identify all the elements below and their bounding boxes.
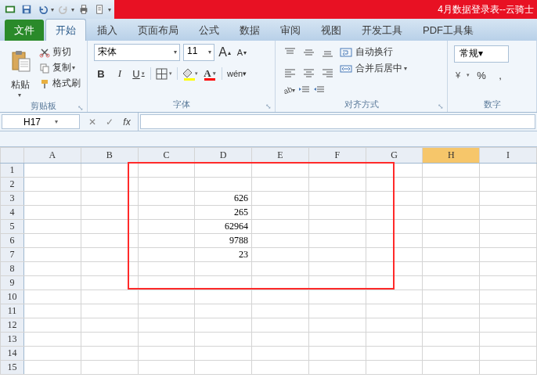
cell-G9[interactable] <box>366 276 423 290</box>
cell-C10[interactable] <box>138 290 195 304</box>
cell-C5[interactable] <box>138 220 195 234</box>
cell-B10[interactable] <box>81 290 138 304</box>
column-header-F[interactable]: F <box>308 148 366 164</box>
cell-H1[interactable] <box>423 164 480 178</box>
row-header-12[interactable]: 12 <box>1 318 24 333</box>
cell-B1[interactable] <box>81 164 138 178</box>
tab-file[interactable]: 文件 <box>5 20 44 41</box>
cell-D1[interactable] <box>195 164 252 178</box>
cell-D7[interactable]: 23 <box>195 248 252 262</box>
cell-G7[interactable] <box>366 248 423 262</box>
cell-H5[interactable] <box>423 220 480 234</box>
paste-dropdown[interactable]: ▾ <box>18 92 21 99</box>
cell-F7[interactable] <box>308 248 366 262</box>
column-header-E[interactable]: E <box>252 148 309 164</box>
cell-B7[interactable] <box>81 248 138 262</box>
shrink-font-button[interactable]: A▾ <box>235 45 249 60</box>
cell-D14[interactable] <box>195 347 252 361</box>
cell-B3[interactable] <box>81 192 138 206</box>
cell-I6[interactable] <box>480 234 537 248</box>
column-header-B[interactable]: B <box>81 148 138 164</box>
column-header-D[interactable]: D <box>195 148 252 164</box>
row-header-5[interactable]: 5 <box>1 220 24 234</box>
cell-A4[interactable] <box>23 206 81 220</box>
cell-E13[interactable] <box>252 333 309 347</box>
cell-H15[interactable] <box>423 361 480 375</box>
row-header-6[interactable]: 6 <box>1 234 24 248</box>
format-painter-button[interactable]: 格式刷 <box>39 77 81 90</box>
cell-E11[interactable] <box>252 304 309 318</box>
tab-data[interactable]: 数据 <box>230 20 269 41</box>
cell-F15[interactable] <box>308 361 366 375</box>
cell-E8[interactable] <box>252 262 309 276</box>
cell-G14[interactable] <box>366 347 423 361</box>
row-header-3[interactable]: 3 <box>1 192 24 206</box>
cell-G12[interactable] <box>366 318 423 333</box>
cell-A5[interactable] <box>23 220 81 234</box>
row-header-10[interactable]: 10 <box>1 290 24 304</box>
cell-F9[interactable] <box>308 276 366 290</box>
paste-button[interactable] <box>6 44 34 78</box>
cell-B4[interactable] <box>81 206 138 220</box>
cell-G2[interactable] <box>366 178 423 192</box>
qat-customize[interactable]: ▾ <box>108 6 111 13</box>
accounting-format-button[interactable]: ¥▾ <box>454 67 470 83</box>
cell-H6[interactable] <box>423 234 480 248</box>
align-bottom-button[interactable] <box>319 44 335 61</box>
align-middle-button[interactable] <box>301 44 316 61</box>
cell-G10[interactable] <box>366 290 423 304</box>
cell-I12[interactable] <box>480 318 537 333</box>
cell-C6[interactable] <box>138 234 195 248</box>
cell-A14[interactable] <box>23 347 81 361</box>
print-icon[interactable] <box>77 2 91 16</box>
font-size-select[interactable]: 11▾ <box>183 44 214 61</box>
column-header-G[interactable]: G <box>366 148 423 164</box>
cell-E6[interactable] <box>252 234 309 248</box>
cell-B13[interactable] <box>81 333 138 347</box>
increase-indent-button[interactable] <box>313 85 325 95</box>
cell-F1[interactable] <box>308 164 366 178</box>
cell-I8[interactable] <box>480 262 537 276</box>
cell-B11[interactable] <box>81 304 138 318</box>
save-icon[interactable] <box>20 2 34 16</box>
cell-F14[interactable] <box>308 347 366 361</box>
cell-H2[interactable] <box>423 178 480 192</box>
cell-D12[interactable] <box>195 318 252 333</box>
align-right-button[interactable] <box>319 64 335 81</box>
cell-F10[interactable] <box>308 290 366 304</box>
cell-I7[interactable] <box>480 248 537 262</box>
cell-C13[interactable] <box>138 333 195 347</box>
cell-B5[interactable] <box>81 220 138 234</box>
row-header-1[interactable]: 1 <box>1 164 24 178</box>
cell-F12[interactable] <box>308 318 366 333</box>
cell-I9[interactable] <box>480 276 537 290</box>
cell-D4[interactable]: 265 <box>195 206 252 220</box>
cell-F11[interactable] <box>308 304 366 318</box>
align-top-button[interactable] <box>282 44 297 61</box>
cell-G3[interactable] <box>366 192 423 206</box>
cell-I10[interactable] <box>480 290 537 304</box>
cell-B8[interactable] <box>81 262 138 276</box>
cell-C8[interactable] <box>138 262 195 276</box>
cell-H14[interactable] <box>423 347 480 361</box>
cell-F13[interactable] <box>308 333 366 347</box>
cell-C14[interactable] <box>138 347 195 361</box>
cell-C9[interactable] <box>138 276 195 290</box>
row-header-9[interactable]: 9 <box>1 276 24 290</box>
grow-font-button[interactable]: A▴ <box>218 45 232 60</box>
cell-C11[interactable] <box>138 304 195 318</box>
cell-G8[interactable] <box>366 262 423 276</box>
tab-formulas[interactable]: 公式 <box>189 20 229 41</box>
cell-C7[interactable] <box>138 248 195 262</box>
row-header-13[interactable]: 13 <box>1 333 24 347</box>
cell-E9[interactable] <box>252 276 309 290</box>
column-header-I[interactable]: I <box>480 148 537 164</box>
font-color-button[interactable]: A▾ <box>203 66 217 81</box>
redo-icon[interactable] <box>56 2 70 16</box>
tab-developer[interactable]: 开发工具 <box>352 20 412 41</box>
cell-A3[interactable] <box>23 192 81 206</box>
cell-G4[interactable] <box>366 206 423 220</box>
undo-dropdown[interactable]: ▾ <box>51 6 54 13</box>
undo-icon[interactable] <box>36 2 50 16</box>
cell-D9[interactable] <box>195 276 252 290</box>
